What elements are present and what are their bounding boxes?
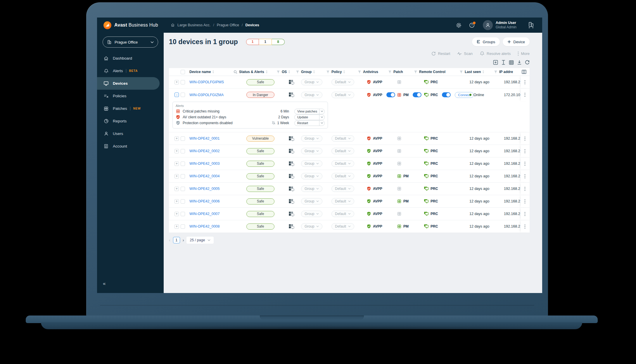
org-selector[interactable]: Prague Office <box>103 37 158 48</box>
group-select[interactable]: Group <box>301 198 322 204</box>
row-expander[interactable]: − <box>174 93 179 97</box>
row-expander[interactable]: + <box>174 224 179 229</box>
row-menu-kebab-icon[interactable] <box>521 89 529 101</box>
row-checkbox[interactable] <box>181 136 185 141</box>
row-checkbox[interactable] <box>181 149 185 153</box>
row-expander[interactable]: + <box>174 136 179 141</box>
counter-ok[interactable]: 8 <box>272 39 285 45</box>
antivirus-toggle[interactable] <box>386 92 395 97</box>
row-expander[interactable]: + <box>174 187 179 191</box>
row-menu-kebab-icon[interactable] <box>521 208 529 220</box>
expand-rows-icon[interactable] <box>493 60 498 65</box>
pagination-page-1[interactable]: 1 <box>173 237 180 243</box>
help-icon[interactable]: ? <box>469 22 475 28</box>
action-more[interactable]: More <box>518 51 530 56</box>
action-scan[interactable]: Scan <box>457 51 473 56</box>
alert-action-restart[interactable]: Restart <box>294 120 325 126</box>
pagination-prev[interactable]: ‹ <box>169 238 170 242</box>
remote-control-toggle[interactable] <box>442 92 451 97</box>
device-name-link[interactable]: WIN-OPE42_0008 <box>189 224 220 228</box>
row-height-icon[interactable] <box>501 60 506 65</box>
group-select[interactable]: Group <box>301 211 322 217</box>
table-row[interactable]: +WIN-OPE42_0004SafeGroupDefaultAVPPPMPRC… <box>169 170 530 183</box>
export-icon[interactable] <box>517 60 522 65</box>
sidebar-collapse-button[interactable]: « <box>103 281 106 287</box>
filter-icon[interactable] <box>459 70 463 74</box>
sidebar-item-users[interactable]: Users <box>97 127 164 140</box>
row-menu-kebab-icon[interactable] <box>521 76 529 88</box>
column-remote-control[interactable]: Remote Control <box>419 68 465 76</box>
column-device-name[interactable]: Device name <box>189 68 239 76</box>
device-name-link[interactable]: WIN-O3POLFGIPMS <box>189 80 224 84</box>
search-icon[interactable] <box>234 70 237 74</box>
filter-icon[interactable] <box>494 70 497 74</box>
sidebar-item-patches[interactable]: PatchesNEW <box>97 102 164 115</box>
avatar[interactable] <box>483 20 493 30</box>
select-all-checkbox[interactable] <box>181 68 189 76</box>
column-antivirus[interactable]: Antivirus <box>363 68 393 76</box>
group-select[interactable]: Group <box>301 135 322 142</box>
filter-icon[interactable] <box>388 70 392 74</box>
user-meta[interactable]: Admin User Global Admin <box>496 21 516 30</box>
breadcrumb-site[interactable]: Prague Office <box>217 23 239 27</box>
device-name-link[interactable]: WIN-OPE42_0004 <box>189 174 220 178</box>
row-checkbox[interactable] <box>181 174 185 178</box>
policy-select[interactable]: Default <box>331 223 354 230</box>
row-expander[interactable]: + <box>174 212 179 216</box>
device-name-link[interactable]: WIN-OPE42_0002 <box>189 149 220 153</box>
group-select[interactable]: Group <box>301 160 322 167</box>
column-ip-address[interactable]: IP addre <box>499 68 521 76</box>
row-menu-kebab-icon[interactable] <box>521 220 529 233</box>
column-group[interactable]: Group <box>301 68 331 76</box>
row-checkbox[interactable] <box>181 199 185 204</box>
row-menu-kebab-icon[interactable] <box>521 170 529 182</box>
column-policy[interactable]: Policy <box>331 68 363 76</box>
row-menu-kebab-icon[interactable] <box>521 132 529 145</box>
group-select[interactable]: Group <box>301 186 322 192</box>
policy-select[interactable]: Default <box>331 79 354 85</box>
groups-button[interactable]: Groups <box>472 37 500 46</box>
row-checkbox[interactable] <box>181 93 185 97</box>
table-row[interactable]: +WIN-OPE42_0003SafeGroupDefaultAVPPPRC12… <box>169 157 530 170</box>
policy-select[interactable]: Default <box>331 186 354 192</box>
refresh-icon[interactable] <box>525 60 530 65</box>
policy-select[interactable]: Default <box>331 198 354 204</box>
policy-select[interactable]: Default <box>331 135 354 142</box>
policy-select[interactable]: Default <box>331 148 354 154</box>
table-row[interactable]: +WIN-OPE42_0006SafeGroupDefaultAVPPPMPRC… <box>169 195 530 208</box>
filter-icon[interactable] <box>276 70 280 74</box>
counter-danger[interactable]: 1 <box>246 39 259 45</box>
column-status-alerts[interactable]: Status & Alerts <box>239 68 282 76</box>
group-select[interactable]: Group <box>301 148 322 154</box>
page-size-select[interactable]: 25 / page <box>186 237 214 244</box>
table-row[interactable]: −WIN-O3POLFGIZMAIn DangerGroupDefaultAVP… <box>169 89 530 101</box>
alert-action-view-patches[interactable]: View patches <box>294 109 325 114</box>
row-menu-kebab-icon[interactable] <box>521 157 529 170</box>
row-checkbox[interactable] <box>181 212 185 216</box>
row-checkbox[interactable] <box>181 162 185 166</box>
patch-toggle[interactable] <box>413 92 421 97</box>
add-device-button[interactable]: Device <box>503 37 530 46</box>
table-view-icon[interactable] <box>509 60 514 65</box>
policy-select[interactable]: Default <box>331 173 354 179</box>
sidebar-item-policies[interactable]: Policies <box>97 90 164 102</box>
device-name-link[interactable]: WIN-OPE42_0007 <box>189 212 220 216</box>
row-expander[interactable]: + <box>174 149 179 153</box>
row-menu-kebab-icon[interactable] <box>521 183 529 195</box>
alert-action-update[interactable]: Update <box>294 115 325 120</box>
pagination-next[interactable]: › <box>183 238 184 242</box>
row-checkbox[interactable] <box>181 224 185 229</box>
group-select[interactable]: Group <box>301 92 322 98</box>
sidebar-item-alerts[interactable]: AlertsBETA <box>97 65 164 77</box>
row-checkbox[interactable] <box>181 80 185 84</box>
group-select[interactable]: Group <box>301 223 322 230</box>
row-expander[interactable]: + <box>174 199 179 204</box>
column-os[interactable]: OS <box>282 68 301 76</box>
device-name-link[interactable]: WIN-OPE42_0006 <box>189 199 220 203</box>
device-name-link[interactable]: WIN-OPE42_0001 <box>189 136 220 141</box>
filter-icon[interactable] <box>358 70 361 74</box>
row-menu-kebab-icon[interactable] <box>521 195 529 207</box>
checkbox[interactable] <box>181 70 185 74</box>
row-menu-kebab-icon[interactable] <box>521 145 529 157</box>
column-patch[interactable]: Patch <box>393 68 419 76</box>
